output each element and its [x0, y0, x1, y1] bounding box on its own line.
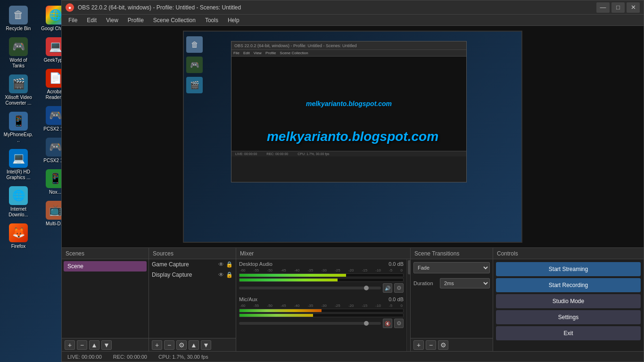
scenes-down-button[interactable]: ▼ — [101, 340, 112, 350]
desktop: 🗑 Recycle Bin 🎮 World of Tanks 🎬 Xilisof… — [0, 0, 644, 362]
desktop-audio-meter-bar-bottom — [239, 279, 338, 281]
mic-aux-name: Mic/Aux — [239, 296, 257, 302]
status-live: LIVE: 00:00:00 — [67, 354, 102, 360]
sources-remove-button[interactable]: − — [164, 340, 174, 350]
mic-aux-meter-row2 — [239, 313, 404, 317]
mic-aux-meter-row1 — [239, 309, 404, 313]
transitions-add-button[interactable]: + — [413, 340, 424, 350]
recycle-bin-icon: 🗑 — [9, 6, 28, 25]
transitions-content: Fade Duration 2ms 300ms 500ms — [411, 259, 493, 338]
obs-app-icon: ● — [66, 3, 74, 12]
menu-view[interactable]: View — [101, 16, 123, 25]
mic-aux-settings-button[interactable]: ⚙ — [394, 319, 404, 328]
start-streaming-button[interactable]: Start Streaming — [496, 262, 641, 276]
intel-hd-label: Intel(R) HD Graphics ... — [3, 169, 33, 181]
transition-duration-select[interactable]: 2ms 300ms 500ms — [440, 278, 490, 288]
sources-toolbar: + − ⚙ ▲ ▼ — [149, 338, 236, 351]
controls-content: Start Streaming Start Recording Studio M… — [493, 259, 644, 351]
source-eye-icon[interactable]: 👁 — [218, 261, 224, 268]
duration-row: Duration 2ms 300ms 500ms — [413, 278, 490, 288]
desktop-audio-meter-bottom — [239, 278, 404, 282]
transitions-settings-button[interactable]: ⚙ — [438, 340, 448, 350]
desktop-audio-controls: 🔊 ⚙ — [239, 283, 404, 293]
transitions-toolbar: + − ⚙ — [411, 338, 493, 351]
minimize-button[interactable]: — — [596, 2, 610, 13]
mic-aux-mute-button[interactable]: 🔇 — [383, 319, 392, 328]
scene-item-scene[interactable]: Scene — [64, 261, 147, 272]
desktop-audio-volume-slider[interactable] — [239, 287, 381, 289]
mixer-channel-desktop-audio: Desktop Audio 0.0 dB -60-55-50-45-40-35-… — [239, 261, 404, 293]
title-bar-left: ● OBS 22.0.2 (64-bit, windows) - Profile… — [66, 3, 241, 12]
mixer-scrollbar[interactable] — [406, 259, 410, 351]
myphoneexp-label: MyPhoneExp... — [3, 132, 33, 143]
controls-panel-header: Controls — [493, 248, 644, 259]
desktop-icon-firefox[interactable]: 🦊 Firefox — [1, 222, 35, 251]
menu-profile[interactable]: Profile — [123, 16, 149, 25]
title-bar: ● OBS 22.0.2 (64-bit, windows) - Profile… — [62, 0, 644, 15]
mic-aux-meter-bottom — [239, 313, 404, 317]
title-bar-controls: — □ ✕ — [596, 2, 640, 13]
firefox-label: Firefox — [11, 244, 26, 249]
scenes-add-button[interactable]: + — [65, 340, 75, 350]
desktop-icon-myphoneexp[interactable]: 📱 MyPhoneExp... — [1, 110, 35, 145]
sources-add-button[interactable]: + — [152, 340, 162, 350]
status-cpu: CPU: 1.7%, 30.00 fps — [158, 354, 208, 360]
source-display-eye-icon[interactable]: 👁 — [218, 272, 224, 278]
scenes-up-button[interactable]: ▲ — [89, 340, 99, 350]
source-display-lock-icon[interactable]: 🔒 — [226, 272, 233, 278]
source-lock-icon[interactable]: 🔒 — [226, 261, 233, 268]
desktop-audio-name: Desktop Audio — [239, 261, 272, 267]
menu-scene-collection[interactable]: Scene Collection — [149, 16, 200, 25]
sources-up-button[interactable]: ▲ — [189, 340, 199, 350]
scenes-remove-button[interactable]: − — [77, 340, 87, 350]
transition-type-select[interactable]: Fade — [413, 262, 490, 273]
settings-button[interactable]: Settings — [496, 310, 641, 324]
desktop-icon-world-of-tanks[interactable]: 🎮 World of Tanks — [1, 35, 35, 71]
recycle-bin-label: Recycle Bin — [6, 26, 31, 32]
close-button[interactable]: ✕ — [627, 2, 640, 13]
sources-down-button[interactable]: ▼ — [201, 340, 211, 350]
transitions-panel-header: Scene Transitions — [411, 248, 493, 259]
desktop-icon-recycle-bin[interactable]: 🗑 Recycle Bin — [1, 4, 35, 33]
internet-dl-label: Internet Downlo... — [3, 206, 33, 218]
mic-aux-meter-bar-top — [239, 309, 322, 312]
studio-mode-button[interactable]: Studio Mode — [496, 294, 641, 308]
desktop-audio-meter-top — [239, 273, 404, 277]
start-recording-button[interactable]: Start Recording — [496, 278, 641, 292]
nox-label: Nox... — [49, 189, 61, 195]
desktop-icon-intel-hd[interactable]: 💻 Intel(R) HD Graphics ... — [1, 147, 35, 182]
mixer-content: Desktop Audio 0.0 dB -60-55-50-45-40-35-… — [236, 259, 406, 351]
mic-aux-volume-slider[interactable] — [239, 322, 381, 325]
menu-tools[interactable]: Tools — [200, 16, 223, 25]
desktop-audio-mute-button[interactable]: 🔊 — [383, 283, 392, 293]
source-display-capture-icons: 👁 🔒 — [218, 272, 233, 278]
maximize-button[interactable]: □ — [611, 2, 625, 13]
controls-panel: Controls Start Streaming Start Recording… — [493, 248, 644, 351]
mixer-panel-header: Mixer — [236, 248, 410, 259]
desktop-audio-db: 0.0 dB — [388, 261, 404, 267]
xilisoft-label: Xilisoft Video Converter ... — [3, 95, 33, 106]
intel-hd-icon: 💻 — [9, 149, 28, 168]
source-item-game-capture[interactable]: Game Capture 👁 🔒 — [149, 259, 236, 270]
mic-aux-slider-handle — [364, 321, 369, 326]
desktop-icon-internet-dl[interactable]: 🌐 Internet Downlo... — [1, 184, 35, 220]
desktop-audio-slider-handle — [364, 286, 369, 290]
desktop-audio-meter-labels: -60-55-50-45-40-35-30-25-20-15-10-50 — [239, 268, 404, 272]
mixer-content-wrapper: Desktop Audio 0.0 dB -60-55-50-45-40-35-… — [236, 259, 410, 351]
source-item-display-capture[interactable]: Display Capture 👁 🔒 — [149, 270, 236, 280]
menu-edit[interactable]: Edit — [82, 16, 101, 25]
exit-button[interactable]: Exit — [496, 326, 641, 340]
sources-settings-button[interactable]: ⚙ — [176, 340, 187, 350]
mic-aux-controls: 🔇 ⚙ — [239, 319, 404, 328]
menu-file[interactable]: File — [64, 16, 82, 25]
desktop-audio-settings-button[interactable]: ⚙ — [394, 283, 404, 293]
desktop-icon-xilisoft[interactable]: 🎬 Xilisoft Video Converter ... — [1, 73, 35, 108]
desktop-icons-col1: 🗑 Recycle Bin 🎮 World of Tanks 🎬 Xilisof… — [0, 0, 37, 362]
duration-label: Duration — [413, 280, 437, 286]
obs-window: ● OBS 22.0.2 (64-bit, windows) - Profile… — [61, 0, 644, 362]
scenes-panel-header: Scenes — [62, 248, 149, 259]
sources-panel-header: Sources — [149, 248, 236, 259]
menu-help[interactable]: Help — [223, 16, 244, 25]
transitions-remove-button[interactable]: − — [426, 340, 436, 350]
nested-obs-inner: OBS 22.0.2 (64-bit, windows) - Profile: … — [184, 32, 521, 242]
